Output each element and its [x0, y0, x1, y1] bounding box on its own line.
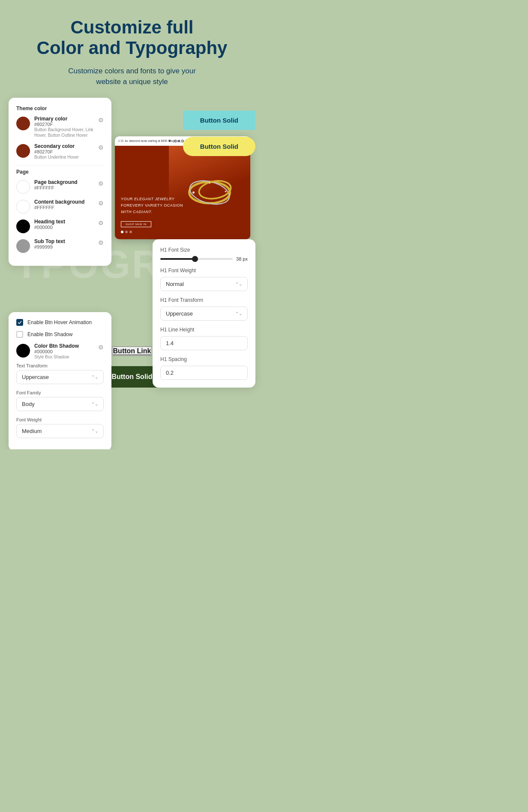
primary-color-item[interactable]: Primary color #80270F Button Background …: [16, 116, 104, 138]
divider-1: [16, 165, 104, 165]
text-transform-chevron: ⌃⌄: [91, 375, 98, 379]
h1-line-height-label: H1 Line Height: [160, 327, 248, 333]
theme-panel: Theme color Primary color #80270F Button…: [9, 98, 111, 266]
svg-point-0: [189, 182, 230, 203]
hero-italic: ELEGANT JEWELRY: [134, 197, 174, 201]
secondary-color-item[interactable]: Secondary color #80270F Button Underline…: [16, 143, 104, 160]
content-bg-item[interactable]: Content background #FFFFFF ⚙: [16, 199, 104, 214]
h1-font-weight-label: H1 Font Weight: [160, 268, 248, 274]
mockup-dots: [121, 231, 183, 233]
color-btn-shadow-info: Color Btn Shadow #000000 Style Box Shado…: [34, 343, 94, 360]
h1-font-transform-label: H1 Font Transform: [160, 297, 248, 303]
page-bg-swatch: [16, 180, 30, 194]
content-bg-info: Content background #FFFFFF: [34, 199, 94, 210]
h1-spacing-label: H1 Spacing: [160, 356, 248, 362]
subtop-text-info: Sub Top text #999999: [34, 238, 94, 250]
color-btn-shadow-item[interactable]: Color Btn Shadow #000000 Style Box Shado…: [16, 343, 104, 360]
jewelry-rings-svg: [180, 171, 240, 214]
h1-line-height-input[interactable]: [160, 336, 248, 350]
subtop-text-swatch: [16, 239, 30, 253]
heading-text-swatch: [16, 220, 30, 233]
mockup-hero-text: YOUR ELEGANT JEWELRY FOREVERY VARIETY OC…: [121, 196, 183, 233]
page-section-title: Page: [16, 169, 104, 175]
font-panel: H1 Font Size 38 px H1 Font Weight Normal…: [153, 239, 255, 388]
font-family-label: Font Family: [16, 390, 104, 395]
enable-shadow-label: Enable Btn Shadow: [27, 331, 72, 337]
btn-link[interactable]: Button Link: [112, 346, 152, 356]
slider-thumb[interactable]: [192, 256, 198, 262]
slider-fill: [160, 258, 195, 260]
h1-font-transform-select[interactable]: Uppercase ⌃⌄: [160, 307, 248, 321]
color-btn-shadow-swatch: [16, 344, 30, 358]
enable-hover-checkbox[interactable]: [16, 319, 23, 326]
secondary-color-icon: ⚙: [98, 144, 104, 151]
hero-title: Customize full Color and Typography: [9, 17, 255, 59]
h1-font-weight-select[interactable]: Normal ⌃⌄: [160, 277, 248, 291]
heading-text-info: Heading text #000000: [34, 219, 94, 230]
primary-color-swatch: [16, 117, 30, 130]
hero-subtitle: Customize colors and fonts to give your …: [9, 66, 255, 87]
mockup-hero: YOUR ELEGANT JEWELRY FOREVERY VARIETY OC…: [115, 146, 250, 239]
enable-shadow-checkbox[interactable]: [16, 331, 23, 338]
subtop-text-icon: ⚙: [98, 239, 104, 246]
font-weight-row: Font Weight Medium ⌃⌄: [16, 417, 104, 438]
hover-panel: Enable Btn Hover Animation Enable Btn Sh…: [9, 312, 111, 449]
enable-hover-row[interactable]: Enable Btn Hover Animation: [16, 319, 104, 326]
btn-solid-cyan[interactable]: Button Solid: [183, 111, 255, 130]
chevron-down-icon: ⌃⌄: [235, 282, 242, 286]
heading-text-icon: ⚙: [98, 220, 104, 226]
enable-shadow-row[interactable]: Enable Btn Shadow: [16, 331, 104, 338]
text-transform-select[interactable]: Uppercase ⌃⌄: [16, 370, 104, 384]
page-bg-info: Page background #FFFFFF: [34, 179, 94, 190]
font-size-value: 38 px: [236, 256, 248, 262]
svg-point-3: [192, 191, 195, 193]
chevron-down-icon-2: ⌃⌄: [235, 311, 242, 316]
shadow-color-icon: ⚙: [98, 344, 104, 351]
h1-spacing-input[interactable]: [160, 366, 248, 380]
svg-point-5: [209, 182, 210, 183]
svg-point-4: [225, 190, 227, 192]
secondary-color-swatch: [16, 144, 30, 158]
page-wrapper: Customize full Color and Typography Cust…: [0, 0, 264, 449]
font-weight-chevron: ⌃⌄: [91, 429, 98, 433]
hero-section: Customize full Color and Typography Cust…: [9, 17, 255, 87]
text-transform-row: Text Transform Uppercase ⌃⌄: [16, 363, 104, 384]
content-bg-swatch: [16, 200, 30, 214]
page-bg-icon: ⚙: [98, 180, 104, 187]
font-family-row: Font Family Body ⌃⌄: [16, 390, 104, 411]
text-transform-label: Text Transform: [16, 363, 104, 368]
font-size-slider-track[interactable]: [160, 258, 233, 260]
h1-font-size-label: H1 Font Size: [160, 247, 248, 253]
primary-color-info: Primary color #80270F Button Background …: [34, 116, 94, 138]
primary-color-icon: ⚙: [98, 117, 104, 123]
content-bg-icon: ⚙: [98, 200, 104, 207]
btn-solid-yellow[interactable]: Button Solid: [183, 137, 255, 156]
main-area: TYPOGRAPHY Theme color Primary color #80…: [9, 98, 255, 432]
mockup-shop-btn: SHOP NEW IN: [121, 219, 183, 227]
font-family-chevron: ⌃⌄: [91, 402, 98, 406]
font-weight-label: Font Weight: [16, 417, 104, 422]
hero-italic-2: WITH CADIANT.: [121, 210, 152, 214]
font-family-select[interactable]: Body ⌃⌄: [16, 397, 104, 411]
theme-panel-title: Theme color: [16, 105, 104, 111]
enable-hover-label: Enable Btn Hover Animation: [27, 319, 92, 325]
font-size-slider-row: 38 px: [160, 256, 248, 262]
heading-text-item[interactable]: Heading text #000000 ⚙: [16, 219, 104, 233]
font-weight-select[interactable]: Medium ⌃⌄: [16, 424, 104, 438]
secondary-color-info: Secondary color #80270F Button Underline…: [34, 143, 94, 160]
subtop-text-item[interactable]: Sub Top text #999999 ⚙: [16, 238, 104, 253]
page-bg-item[interactable]: Page background #FFFFFF ⚙: [16, 179, 104, 194]
